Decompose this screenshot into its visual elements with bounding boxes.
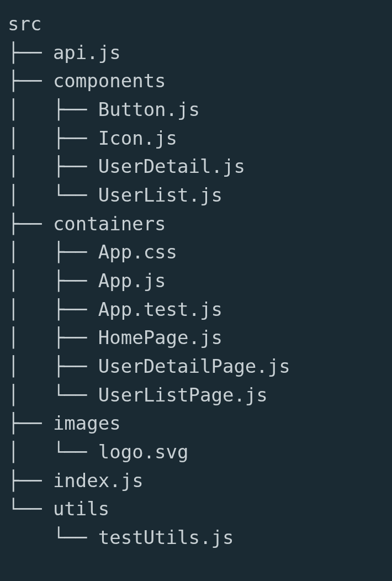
tree-line: │ ├── UserDetailPage.js: [8, 355, 290, 377]
tree-line: ├── components: [8, 70, 166, 92]
tree-root: src: [8, 13, 41, 35]
tree-line: │ ├── Icon.js: [8, 127, 177, 149]
tree-line: ├── images: [8, 412, 121, 434]
tree-line: ├── index.js: [8, 469, 144, 492]
tree-line: │ └── logo.svg: [8, 441, 189, 463]
tree-line: │ ├── App.css: [8, 241, 177, 263]
tree-line: └── utils: [8, 498, 109, 520]
tree-line: ├── api.js: [8, 41, 121, 64]
tree-line: └── testUtils.js: [8, 526, 234, 548]
tree-line: │ ├── UserDetail.js: [8, 155, 245, 177]
tree-line: │ ├── Button.js: [8, 98, 200, 120]
tree-line: │ └── UserListPage.js: [8, 384, 268, 406]
tree-line: │ ├── App.test.js: [8, 298, 223, 320]
tree-line: │ ├── HomePage.js: [8, 326, 223, 348]
tree-line: ├── containers: [8, 213, 166, 235]
tree-line: │ ├── App.js: [8, 270, 166, 292]
directory-tree: src ├── api.js ├── components │ ├── Butt…: [0, 0, 392, 552]
tree-line: │ └── UserList.js: [8, 184, 223, 206]
